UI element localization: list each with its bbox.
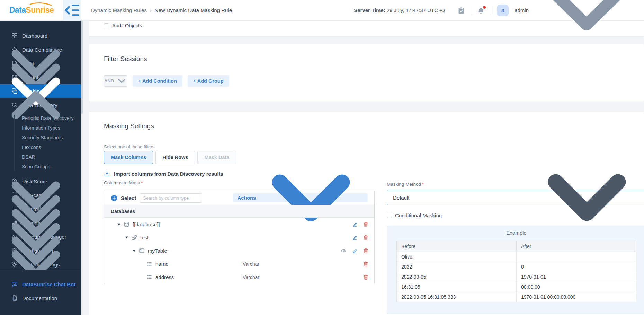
filter-sessions-controls: AND + Add Condition + Add Group: [104, 75, 229, 87]
example-cell: 2022-03-05 16:31:05.333: [397, 292, 517, 302]
caret-down-icon[interactable]: [124, 235, 129, 240]
filter-button-hide-rows[interactable]: Hide Rows: [155, 151, 195, 164]
tree-row[interactable]: name Varchar: [104, 257, 374, 271]
sidebar-sub-item-lexicons[interactable]: Lexicons: [0, 142, 81, 152]
column-search-input[interactable]: [140, 193, 202, 203]
sidebar-item-system-settings[interactable]: System Settings: [0, 257, 81, 270]
audit-objects-label: Audit Objects: [112, 23, 142, 28]
add-group-button[interactable]: + Add Group: [188, 75, 229, 87]
chevron-down-icon: [116, 76, 127, 86]
columns-to-mask-panel: Select Actions Databases [[database]] te…: [104, 191, 375, 284]
sidebar-item-datasunrise-chat-bot[interactable]: DataSunrise Chat Bot: [0, 277, 81, 291]
caret-down-icon[interactable]: [117, 222, 121, 227]
masking-settings-title: Masking Settings: [104, 122, 154, 130]
row-actions: [352, 235, 369, 240]
breadcrumb-current-page: New Dynamic Data Masking Rule: [155, 7, 232, 13]
tree-node-icon: [139, 248, 145, 254]
example-cell: 1970-01-01 00:00:00.000: [517, 292, 636, 302]
logo-text-data: Data: [9, 6, 26, 15]
sidebar-scrollbar[interactable]: [81, 21, 83, 315]
filter-button-mask-data[interactable]: Mask Data: [197, 151, 236, 164]
add-column-plus-icon[interactable]: [111, 195, 117, 201]
tree-node-label: myTable: [148, 248, 167, 254]
row-actions: [341, 248, 369, 254]
breadcrumb-link-dynamic-masking-rules[interactable]: Dynamic Masking Rules: [91, 7, 147, 13]
sidebar-item-label: Documentation: [22, 295, 57, 301]
tree-node-label: name: [155, 261, 169, 267]
masking-method-value: Default: [393, 195, 410, 201]
delete-icon[interactable]: [363, 274, 369, 280]
main-content: Audit Objects Filter Sessions AND + Add …: [83, 21, 644, 315]
sidebar-sub-item-security-standards[interactable]: Security Standards: [0, 133, 81, 142]
actions-dropdown-button[interactable]: Actions: [233, 193, 368, 202]
sidebar-sub-item-label: Periodic Data Discovery: [22, 115, 73, 121]
sidebar-footer: DataSunrise Chat Bot DOC Documentation: [0, 270, 81, 305]
sidebar-item-icon: [11, 281, 18, 287]
columns-toolbar: Select Actions: [104, 191, 374, 205]
example-cell: 0: [517, 262, 636, 272]
sidebar-sub-item-periodic-data-discovery[interactable]: Periodic Data Discovery: [0, 113, 81, 123]
svg-text:DOC: DOC: [13, 298, 17, 300]
column-type: Varchar: [243, 274, 259, 280]
collapse-sidebar-icon: [63, 1, 81, 19]
sidebar-sub-item-label: Lexicons: [22, 145, 41, 150]
edit-icon[interactable]: [352, 248, 358, 254]
tree-row[interactable]: myTable: [104, 244, 374, 257]
server-time: Server Time:29 July, 17:47:37 UTC +3: [354, 7, 445, 13]
delete-icon[interactable]: [363, 235, 369, 240]
scrollbar-thumb[interactable]: [81, 21, 83, 114]
masking-method-select[interactable]: Default: [387, 191, 644, 204]
tasks-icon[interactable]: [457, 7, 465, 14]
header-divider: [471, 6, 471, 15]
columns-to-mask-label: Columns to Mask*: [104, 180, 143, 185]
databases-header: Databases: [104, 205, 374, 218]
datasunrise-logo[interactable]: DataSunrise: [0, 0, 63, 21]
edit-icon[interactable]: [352, 221, 358, 227]
edit-icon[interactable]: [352, 235, 358, 240]
tree-row[interactable]: test: [104, 231, 374, 244]
tree-row[interactable]: address Varchar: [104, 271, 374, 284]
example-cell: 16:31:05: [397, 282, 517, 292]
required-asterisk: *: [422, 182, 424, 187]
add-condition-button[interactable]: + Add Condition: [133, 75, 182, 87]
tree-node-label: test: [140, 235, 149, 240]
example-panel: Example Before After Oliver202202022-03-…: [387, 226, 644, 314]
sidebar-sub-item-information-types[interactable]: Information Types: [0, 123, 81, 133]
sidebar-item-data-discovery[interactable]: Data Discovery: [0, 98, 81, 112]
example-row: Oliver: [397, 252, 636, 262]
tree-row[interactable]: [[database]]: [104, 218, 374, 231]
masking-method-label: Masking Method*: [387, 182, 424, 187]
header-right-group: Server Time:29 July, 17:47:37 UTC +3 a a…: [354, 0, 644, 62]
import-download-icon: [104, 170, 110, 177]
sidebar-nav: Dashboard Data Compliance Audit Security…: [0, 21, 81, 270]
conditional-masking-row: Conditional Masking: [387, 212, 442, 218]
filter-button-mask-columns[interactable]: Mask Columns: [104, 151, 153, 164]
example-row: 2022-03-05 16:31:05.3331970-01-01 00:00:…: [397, 292, 636, 302]
view-icon[interactable]: [341, 248, 347, 254]
import-columns-link[interactable]: Import columns from Data Discovery resul…: [104, 170, 223, 177]
delete-icon[interactable]: [363, 261, 369, 267]
chevron-icon: [0, 229, 72, 270]
user-menu-chevron-icon[interactable]: [535, 0, 638, 62]
top-header: DataSunrise Dynamic Masking Rules › New …: [0, 0, 644, 21]
sidebar-item-documentation[interactable]: DOC Documentation: [0, 291, 81, 305]
example-cell: [517, 252, 636, 262]
username[interactable]: admin: [515, 7, 529, 13]
header-divider: [491, 6, 491, 15]
example-row: 20220: [397, 262, 636, 272]
tree-node-label: address: [155, 274, 174, 280]
caret-down-icon[interactable]: [132, 248, 136, 253]
select-columns-button[interactable]: Select: [121, 195, 136, 201]
server-time-label: Server Time:: [354, 7, 385, 13]
audit-objects-checkbox[interactable]: [104, 23, 109, 28]
delete-icon[interactable]: [363, 248, 369, 254]
delete-icon[interactable]: [363, 221, 369, 227]
notifications-bell-icon[interactable]: [477, 7, 485, 14]
logic-operator-select[interactable]: AND: [104, 75, 127, 87]
breadcrumb-separator: ›: [150, 8, 152, 13]
example-cell: Oliver: [397, 252, 517, 262]
sidebar-collapse-button[interactable]: [63, 0, 81, 21]
user-avatar[interactable]: a: [497, 5, 509, 16]
conditional-masking-checkbox[interactable]: [387, 213, 392, 218]
example-cell: 1970-01-01: [517, 272, 636, 282]
